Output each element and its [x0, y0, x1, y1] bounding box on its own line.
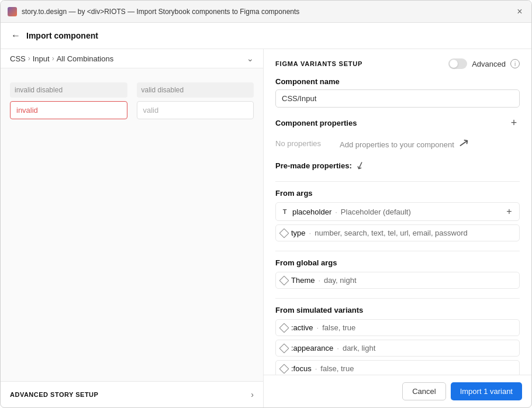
- preview-card-valid-disabled: valid disabled valid: [137, 82, 254, 119]
- from-simulated-variants-title: From simulated variants: [275, 306, 520, 314]
- arg-dot-1: ·: [335, 208, 337, 216]
- arg-value-type: number, search, text, tel, url, email, p…: [315, 229, 514, 237]
- import-button[interactable]: Import 1 variant: [451, 382, 522, 400]
- diamond-icon-active: [279, 323, 289, 333]
- breadcrumb-dropdown-icon[interactable]: ⌄: [247, 54, 254, 63]
- arg-dot-active: ·: [317, 323, 319, 332]
- close-button[interactable]: ×: [515, 7, 524, 16]
- info-icon[interactable]: i: [510, 59, 520, 68]
- from-simulated-variants-group: From simulated variants :active · false,…: [275, 306, 520, 375]
- pre-made-arrow-icon: ↙: [353, 158, 366, 173]
- preview-card-invalid-disabled: invalid disabled invalid: [10, 82, 127, 119]
- arg-dot-appearance: ·: [337, 344, 339, 352]
- arg-row-type: type · number, search, text, tel, url, e…: [275, 224, 520, 241]
- arg-name-type: type: [291, 229, 306, 237]
- arg-value-appearance: dark, light: [343, 344, 514, 352]
- breadcrumb-input[interactable]: Input: [33, 54, 50, 63]
- component-properties-label: Component properties: [275, 119, 357, 127]
- app-icon: [8, 7, 17, 16]
- arg-add-button-placeholder[interactable]: +: [504, 206, 514, 217]
- advanced-story-setup[interactable]: ADVANCED STORY SETUP ›: [1, 381, 263, 407]
- pre-made-label: Pre-made properties:: [275, 161, 352, 170]
- header: ← Import component: [1, 23, 531, 49]
- diamond-icon-appearance: [279, 343, 289, 353]
- add-property-button[interactable]: +: [508, 117, 520, 129]
- component-properties-group: Component properties + No properties Add…: [275, 117, 520, 172]
- preview-input-invalid: invalid: [10, 101, 127, 119]
- title-bar-text: story.to.design — by <div>RIOTS — Import…: [22, 8, 515, 16]
- breadcrumb: CSS › Input › All Combinations ⌄: [1, 49, 263, 68]
- arg-name-placeholder: placeholder: [292, 208, 331, 216]
- arg-dot-theme: ·: [318, 276, 320, 285]
- advanced-toggle-label: Advanced: [472, 60, 506, 68]
- from-global-args-title: From global args: [275, 258, 520, 267]
- arg-row-placeholder: T placeholder · Placeholder (default) +: [275, 202, 520, 221]
- from-args-group: From args T placeholder · Placeholder (d…: [275, 189, 520, 241]
- back-button[interactable]: ←: [10, 30, 22, 42]
- arg-value-active: false, true: [322, 323, 514, 332]
- arg-row-appearance: :appearance · dark, light: [275, 340, 520, 357]
- add-properties-hint: Add properties to your component ↗: [340, 136, 469, 151]
- title-bar: story.to.design — by <div>RIOTS — Import…: [1, 1, 531, 23]
- add-hint-text: Add properties to your component: [340, 140, 454, 149]
- no-properties-text: No properties: [275, 139, 321, 148]
- pre-made-properties-row: Pre-made properties: ↙: [275, 159, 520, 172]
- breadcrumb-sep-1: ›: [28, 54, 30, 63]
- arg-name-active: :active: [291, 323, 313, 332]
- arg-name-theme: Theme: [291, 276, 315, 285]
- breadcrumb-css[interactable]: CSS: [10, 54, 26, 63]
- T-icon-placeholder: T: [281, 208, 289, 216]
- properties-header: Component properties +: [275, 117, 520, 129]
- diamond-icon-focus: [279, 364, 289, 374]
- breadcrumb-sep-2: ›: [52, 54, 54, 63]
- from-global-args-group: From global args Theme · day, night: [275, 258, 520, 289]
- component-preview: invalid disabled invalid valid disabled …: [1, 68, 263, 381]
- page-title: Import component: [26, 31, 98, 40]
- arrow-hint-icon: ↗: [457, 135, 470, 152]
- from-args-title: From args: [275, 189, 520, 198]
- divider-3: [275, 298, 520, 299]
- preview-label-valid-disabled: valid disabled: [137, 82, 254, 98]
- preview-input-valid: valid: [137, 101, 254, 119]
- divider-2: [275, 251, 520, 251]
- figma-variants-header: FIGMA VARIANTS SETUP Advanced i: [275, 58, 520, 69]
- component-name-group: Component name: [275, 77, 520, 108]
- diamond-icon-theme: [279, 275, 289, 285]
- left-panel: CSS › Input › All Combinations ⌄ invalid…: [1, 49, 264, 407]
- advanced-toggle-row: Advanced i: [448, 58, 520, 69]
- component-name-label: Component name: [275, 77, 520, 86]
- arg-row-inner: T placeholder · Placeholder (default): [281, 208, 500, 216]
- arg-dot-focus: ·: [315, 364, 317, 373]
- component-name-input[interactable]: [275, 89, 520, 108]
- footer: Cancel Import 1 variant: [264, 375, 531, 407]
- arg-row-theme: Theme · day, night: [275, 272, 520, 289]
- figma-variants-title: FIGMA VARIANTS SETUP: [275, 60, 362, 67]
- main-content: CSS › Input › All Combinations ⌄ invalid…: [1, 49, 531, 407]
- toggle-knob: [450, 60, 458, 68]
- advanced-story-label: ADVANCED STORY SETUP: [10, 391, 98, 398]
- advanced-story-chevron-icon: ›: [251, 390, 254, 399]
- no-properties-area: No properties Add properties to your com…: [275, 133, 520, 153]
- arg-name-focus: :focus: [291, 364, 312, 373]
- cancel-button[interactable]: Cancel: [402, 382, 445, 400]
- preview-label-invalid-disabled: invalid disabled: [10, 82, 127, 98]
- arg-value-focus: false, true: [320, 364, 514, 373]
- arg-row-active: :active · false, true: [275, 319, 520, 336]
- breadcrumb-current: All Combinations: [57, 54, 244, 63]
- arg-dot-type: ·: [309, 229, 312, 237]
- diamond-icon-type: [279, 228, 289, 238]
- divider-1: [275, 181, 520, 182]
- right-panel: FIGMA VARIANTS SETUP Advanced i Componen…: [264, 49, 531, 407]
- arg-name-appearance: :appearance: [291, 344, 333, 352]
- arg-row-focus: :focus · false, true: [275, 360, 520, 375]
- arg-value-theme: day, night: [324, 276, 514, 285]
- advanced-toggle[interactable]: [448, 58, 467, 69]
- right-panel-scroll: FIGMA VARIANTS SETUP Advanced i Componen…: [264, 49, 531, 375]
- arg-value-placeholder: Placeholder (default): [341, 208, 500, 216]
